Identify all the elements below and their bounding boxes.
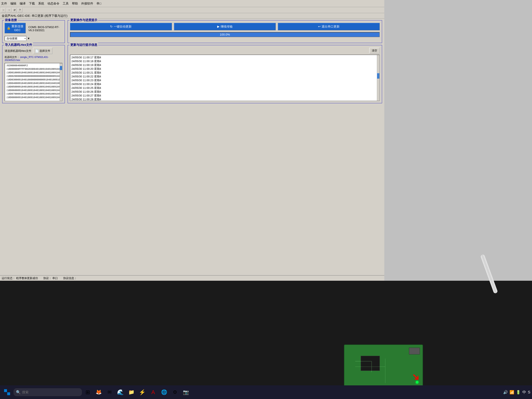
hex-line: :10D070009104010891040108910401089104010… bbox=[6, 92, 61, 96]
hex-line: :10D050009104010891040108910401089104010… bbox=[6, 85, 61, 89]
menu-system[interactable]: 系统 bbox=[38, 1, 44, 6]
bottom-row: 导入机器码.Hex文件 请选择机器码Hex文件 📄 选择文件 机器码文件： ze… bbox=[2, 45, 382, 103]
menu-serial[interactable]: 串□ bbox=[96, 1, 101, 6]
top-row: 设备连接 🔒 重新连接GEC COM5: BIOS-STM32-RT-V6.3 … bbox=[2, 20, 382, 43]
statusbar: 运行状态： 程序整体更新成功 协议： 串口 协议信息： 当前时间〈 bbox=[0, 275, 384, 281]
menu-edit[interactable]: 编辑 bbox=[10, 1, 16, 6]
hex-line: :10D060009104010891040108910401089104010… bbox=[6, 89, 61, 92]
taskbar-icon-0[interactable]: ⊞ bbox=[83, 387, 93, 397]
menu-dynamic-cmd[interactable]: 动态命令 bbox=[47, 1, 59, 6]
log-line: 24/05/30 11:00:25 星期4 bbox=[71, 86, 378, 90]
log-line: 24/05/30 11:00:24 星期4 bbox=[71, 82, 378, 86]
menu-help[interactable]: 帮助 bbox=[72, 1, 78, 6]
log-line: 24/05/30 11:00:27 星期4 bbox=[71, 94, 378, 97]
auto-update-label: 一键自动更新 bbox=[114, 25, 132, 29]
clear-log-button[interactable]: 清空 bbox=[369, 48, 380, 54]
auto-update-button[interactable]: ↻ 一键自动更新 bbox=[70, 23, 172, 30]
log-line: 24/05/30 11:00:26 星期4 bbox=[71, 90, 378, 94]
protocol-status: 协议： 串口 bbox=[43, 276, 58, 280]
start-button[interactable] bbox=[2, 387, 13, 397]
run-status-value: 程序整体更新成功 bbox=[16, 276, 38, 280]
auto-search-select[interactable]: 自动搜索 bbox=[5, 36, 26, 41]
hex-line: :10D010009104010891040108910401089104010… bbox=[6, 71, 61, 74]
protocol-label: 协议： bbox=[43, 276, 51, 280]
taskbar-icon-files[interactable]: 📁 bbox=[127, 387, 136, 397]
log-line: 24/05/30 11:00:23 星期4 bbox=[71, 78, 378, 82]
log-content-area[interactable]: 24/05/30 11:00:17 星期424/05/30 11:00:18 星… bbox=[70, 55, 380, 101]
menubar: 文件 编辑 编译 下载 系统 动态命令 工具 帮助 外接软件 串□ bbox=[0, 0, 384, 7]
taskbar-icon-firefox[interactable]: 🦊 bbox=[94, 387, 104, 397]
update-panel-title: 更新操作与进度提示 bbox=[70, 18, 98, 22]
log-line: 24/05/30 11:00:17 星期4 bbox=[71, 56, 378, 59]
tray-volume[interactable]: 🔊 bbox=[503, 390, 508, 394]
toolbar-back-button[interactable]: ← bbox=[1, 8, 6, 12]
system-tray: 🔊 📶 🔋 中 S bbox=[503, 390, 530, 395]
tray-battery[interactable]: 🔋 bbox=[516, 390, 521, 394]
search-bar[interactable]: 🔍 bbox=[14, 388, 82, 396]
log-line: 24/05/30 11:00:22 星期4 bbox=[71, 75, 378, 78]
hex-line: :10D020000000000000000000000000009104010… bbox=[6, 74, 61, 78]
tray-ime[interactable]: 中 bbox=[522, 390, 526, 395]
file-select-label: 请选择机器码Hex文件 bbox=[5, 49, 31, 53]
tray-s[interactable]: S bbox=[528, 390, 530, 394]
pcb-board bbox=[344, 344, 423, 388]
continue-transfer-button[interactable]: ▶ 继续传输 bbox=[174, 23, 276, 30]
exit-icon: ↩ bbox=[318, 25, 321, 28]
file-select-button[interactable]: 📄 选择文件 bbox=[33, 48, 52, 54]
menu-download[interactable]: 下载 bbox=[29, 1, 35, 6]
hex-content-area[interactable]: :020000040800F2:10D00000FFFF00203D040108… bbox=[5, 63, 63, 101]
log-line: 24/05/30 11:00:20 星期4 bbox=[71, 67, 378, 71]
taskbar: 🔍 ⊞ 🦊 ✉ 🌊 📁 ⚡ A 🌐 ⚙ 📷 🔊 📶 🔋 中 S bbox=[0, 385, 532, 399]
log-line: 24/05/30 11:00:28 星期4 bbox=[71, 97, 378, 101]
log-scrollbar-thumb[interactable] bbox=[377, 73, 379, 79]
auto-search-row: 自动搜索 ▼ bbox=[5, 36, 63, 41]
file-select-btn-label: 选择文件 bbox=[39, 49, 50, 53]
taskbar-icon-edge[interactable]: 🌊 bbox=[115, 387, 125, 397]
update-panel: 更新操作与进度提示 ↻ 一键自动更新 ▶ 继续传输 ↩ 退出串口更新 bbox=[68, 20, 382, 43]
hex-scrollbar-thumb[interactable] bbox=[60, 66, 62, 70]
menu-file[interactable]: 文件 bbox=[1, 1, 7, 6]
log-line: 24/05/30 11:00:18 星期4 bbox=[71, 59, 378, 63]
hex-scrollbar[interactable] bbox=[60, 63, 62, 101]
log-header: 清空 bbox=[70, 48, 380, 54]
toolbar: ← → ↺ ? bbox=[0, 7, 384, 13]
device-panel: 设备连接 🔒 重新连接GEC COM5: BIOS-STM32-RT-V6.3 … bbox=[2, 20, 65, 43]
progress-bar: 100.0% bbox=[70, 32, 380, 37]
taskbar-icon-camera[interactable]: 📷 bbox=[181, 387, 191, 397]
tray-wifi[interactable]: 📶 bbox=[510, 390, 514, 394]
hex-line: :10D030009104010800000000091040108910401… bbox=[6, 78, 61, 82]
update-buttons: ↻ 一键自动更新 ▶ 继续传输 ↩ 退出串口更新 bbox=[70, 23, 380, 30]
toolbar-refresh-button[interactable]: ↺ bbox=[12, 8, 17, 12]
usb-cable bbox=[480, 254, 498, 294]
log-line: 24/05/30 11:00:19 星期4 bbox=[71, 63, 378, 67]
screen: 文件 编辑 编译 下载 系统 动态命令 工具 帮助 外接软件 串□ ← → ↺ … bbox=[0, 0, 384, 281]
protocol-info: 协议信息： bbox=[63, 276, 78, 280]
run-status-label: 运行状态： bbox=[2, 276, 15, 280]
search-input[interactable] bbox=[22, 390, 79, 394]
taskbar-icon-settings[interactable]: ⚙ bbox=[170, 387, 180, 397]
progress-value: 100.0% bbox=[220, 33, 230, 36]
app-titlebar: 金葫芦AHL-GEC-IDE: 串口更新 (程序下载与运行) bbox=[0, 13, 384, 19]
auto-update-icon: ↻ bbox=[110, 25, 113, 28]
file-path-row: 机器码文件： zenglu_RTC-STM32L431-20240523.hex bbox=[5, 56, 63, 62]
hex-panel: 导入机器码.Hex文件 请选择机器码Hex文件 📄 选择文件 机器码文件： ze… bbox=[2, 45, 65, 103]
file-select-row: 请选择机器码Hex文件 📄 选择文件 bbox=[5, 48, 63, 54]
taskbar-icon-browser[interactable]: 🌐 bbox=[159, 387, 169, 397]
taskbar-icon-vs[interactable]: ⚡ bbox=[137, 387, 147, 397]
toolbar-help-button[interactable]: ? bbox=[18, 8, 22, 12]
log-line: 24/05/30 11:00:21 星期4 bbox=[71, 71, 378, 75]
menu-compile[interactable]: 编译 bbox=[20, 1, 26, 6]
exit-serial-button[interactable]: ↩ 退出串口更新 bbox=[278, 23, 380, 30]
file-path-label: 机器码文件： bbox=[5, 56, 19, 58]
menu-tools[interactable]: 工具 bbox=[63, 1, 69, 6]
pcb-traces bbox=[344, 345, 423, 388]
hex-panel-title: 导入机器码.Hex文件 bbox=[4, 43, 33, 47]
menu-external[interactable]: 外接软件 bbox=[81, 1, 93, 6]
taskbar-icon-a[interactable]: A bbox=[148, 387, 158, 397]
toolbar-forward-button[interactable]: → bbox=[6, 8, 12, 12]
log-scrollbar[interactable] bbox=[377, 55, 379, 101]
reconnect-button[interactable]: 🔒 重新连接GEC bbox=[5, 23, 26, 33]
protocol-value: 串口 bbox=[52, 276, 58, 280]
device-panel-title: 设备连接 bbox=[4, 18, 18, 22]
taskbar-icon-mail[interactable]: ✉ bbox=[105, 387, 114, 397]
